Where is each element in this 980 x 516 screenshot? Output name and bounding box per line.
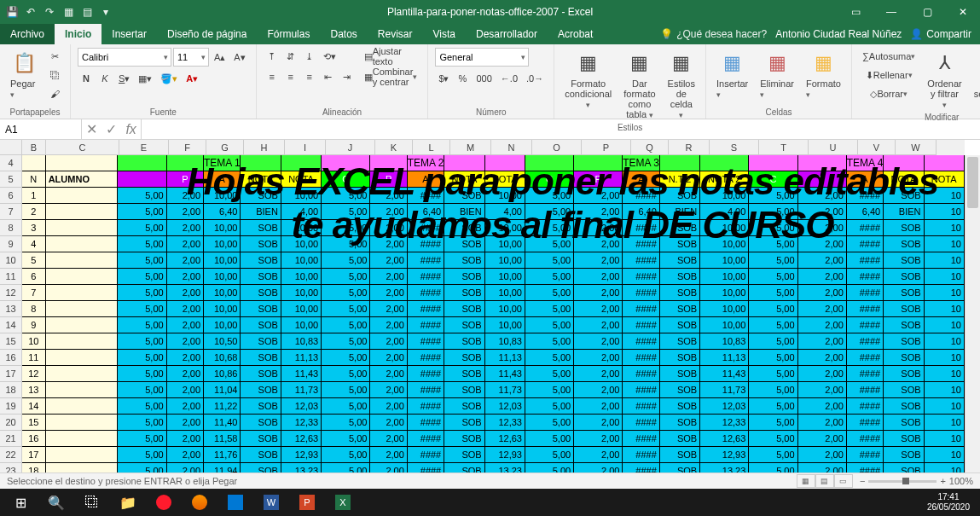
cell[interactable]: P	[574, 171, 623, 188]
merge-center-button[interactable]: ▦ Combinar y centrar	[361, 68, 421, 85]
cell[interactable]	[46, 447, 119, 463]
col-header[interactable]: V	[858, 140, 896, 155]
cell[interactable]: SOB	[444, 333, 484, 350]
decrease-font-button[interactable]: A▾	[230, 49, 248, 66]
cell[interactable]: SOB	[241, 252, 281, 269]
cell[interactable]: 11,73	[281, 382, 322, 398]
row-header[interactable]: 18	[0, 382, 22, 398]
cell[interactable]: NOTA	[884, 171, 924, 188]
cell[interactable]: 13	[22, 382, 46, 398]
cell[interactable]: SOB	[884, 398, 924, 415]
cell[interactable]: ####	[847, 333, 884, 350]
col-header[interactable]: W	[896, 140, 937, 155]
col-header[interactable]: J	[326, 140, 375, 155]
cell[interactable]: 10	[925, 188, 965, 204]
cell[interactable]: 10,00	[485, 301, 525, 317]
cell[interactable]: ####	[408, 252, 444, 269]
cell[interactable]: 5,00	[322, 301, 370, 317]
cell[interactable]	[925, 155, 965, 171]
cell[interactable]: ####	[408, 398, 444, 415]
tab-insertar[interactable]: Insertar	[101, 24, 157, 44]
cell[interactable]: ####	[623, 382, 659, 398]
cell[interactable]	[700, 155, 749, 171]
format-painter-button[interactable]: 🖌	[46, 85, 63, 102]
cell[interactable]: ####	[847, 366, 884, 382]
cell[interactable]: 10	[22, 333, 46, 350]
row-header[interactable]: 20	[0, 415, 22, 431]
cell[interactable]: 2,00	[167, 415, 204, 431]
cell[interactable]: SOB	[241, 398, 281, 415]
autosum-button[interactable]: ∑ Autosuma	[859, 48, 919, 65]
cell[interactable]: 10,50	[204, 333, 241, 350]
cell[interactable]: 5,00	[525, 188, 574, 204]
col-header[interactable]: M	[450, 140, 491, 155]
page-break-icon[interactable]: ▭	[834, 474, 853, 488]
row-header[interactable]: 8	[0, 220, 22, 236]
cell[interactable]: 5,00	[322, 317, 370, 333]
cell[interactable]: SOB	[241, 431, 281, 447]
cell[interactable]: N	[22, 171, 46, 188]
cell[interactable]	[884, 155, 924, 171]
cell[interactable]: 2,00	[798, 382, 847, 398]
cell[interactable]: SOB	[444, 220, 484, 236]
cell[interactable]: 11,04	[204, 382, 241, 398]
cell[interactable]: 5,00	[525, 236, 574, 252]
cell[interactable]: 5,00	[322, 333, 370, 350]
cell[interactable]: SOB	[884, 285, 924, 301]
cell[interactable]: 2,00	[574, 188, 623, 204]
cell[interactable]: 11,40	[204, 415, 241, 431]
align-right-button[interactable]: ≡	[301, 68, 318, 85]
cell[interactable]: SOB	[884, 220, 924, 236]
col-header[interactable]: S	[710, 140, 759, 155]
cell[interactable]: 5,00	[525, 317, 574, 333]
cell[interactable]: 11,76	[204, 447, 241, 463]
cell[interactable]: SOB	[444, 447, 484, 463]
cell[interactable]: 2,00	[798, 301, 847, 317]
cell[interactable]: 5,00	[525, 301, 574, 317]
cell[interactable]: 5,00	[749, 350, 797, 366]
cell[interactable]: ####	[408, 236, 444, 252]
cell[interactable]: SOB	[444, 350, 484, 366]
ribbon-options-button[interactable]: ▭	[838, 0, 873, 24]
zoom-value[interactable]: 100%	[949, 476, 973, 486]
cell[interactable]	[749, 155, 797, 171]
cell[interactable]: ####	[623, 333, 659, 350]
cell[interactable]: SOB	[884, 333, 924, 350]
col-header[interactable]: U	[809, 140, 858, 155]
align-top-button[interactable]: ⤒	[264, 48, 281, 65]
orientation-button[interactable]: ⟲▾	[320, 48, 339, 65]
font-color-button[interactable]: A▾	[183, 70, 201, 87]
cell[interactable]: 2,00	[167, 431, 204, 447]
cell[interactable]: SOB	[660, 431, 700, 447]
cell[interactable]: 10,00	[281, 220, 322, 236]
cell[interactable]: 6,40	[204, 204, 241, 220]
cell[interactable]: ####	[408, 431, 444, 447]
cell[interactable]: 10,00	[700, 236, 749, 252]
tab-vista[interactable]: Vista	[423, 24, 466, 44]
cell[interactable]	[46, 415, 119, 431]
cell[interactable]: 6,40	[408, 204, 444, 220]
cell[interactable]: SOB	[884, 188, 924, 204]
view-buttons[interactable]: ▦▤▭	[797, 474, 853, 488]
row-header[interactable]: 17	[0, 366, 22, 382]
cell[interactable]: 2,00	[370, 398, 407, 415]
cell[interactable]: 5,00	[749, 236, 797, 252]
cell[interactable]: 10,00	[204, 220, 241, 236]
cell[interactable]: 5,00	[749, 269, 797, 285]
border-button[interactable]: ▦▾	[135, 70, 155, 87]
cell[interactable]: 10,68	[204, 350, 241, 366]
cell[interactable]: NOTA	[281, 171, 322, 188]
cell[interactable]: 12,03	[281, 398, 322, 415]
cell[interactable]: 5,00	[322, 382, 370, 398]
cell[interactable]: 10,00	[700, 285, 749, 301]
cell[interactable]: 2,00	[574, 382, 623, 398]
cell[interactable]: NOTA	[444, 171, 484, 188]
cell[interactable]: SOB	[660, 252, 700, 269]
cell[interactable]: ####	[623, 366, 659, 382]
cell[interactable]: 5,00	[118, 269, 166, 285]
cell[interactable]: 10	[925, 447, 965, 463]
cell[interactable]: 5,00	[749, 220, 797, 236]
cell[interactable]: ####	[847, 350, 884, 366]
cell[interactable]: ####	[623, 220, 659, 236]
cell[interactable]: SOB	[660, 350, 700, 366]
